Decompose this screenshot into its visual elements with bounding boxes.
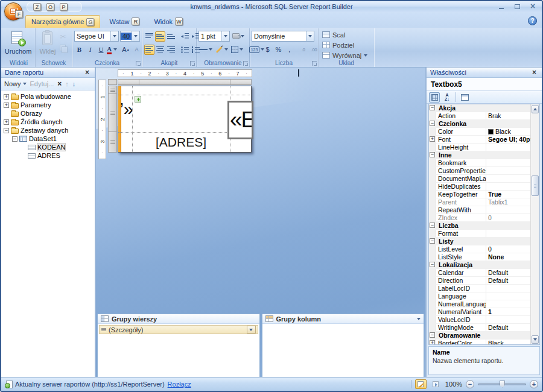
property-row[interactable]: LabelLocID <box>429 285 530 292</box>
number-style-button[interactable]: 123 <box>252 45 262 55</box>
tree-item-label[interactable]: Parametry <box>21 101 51 109</box>
property-name[interactable]: Calendar <box>436 269 486 276</box>
tab-narzedzia-glowne[interactable]: Narzędzia główne G <box>25 15 100 28</box>
group-item-dropdown[interactable] <box>247 326 256 334</box>
font-size-dropdown-icon[interactable] <box>132 31 139 41</box>
close-button[interactable] <box>527 2 538 11</box>
alphabetical-view-button[interactable]: AZ↓ <box>442 92 453 103</box>
row-handle[interactable] <box>108 94 117 132</box>
property-row[interactable]: DirectionDefault <box>429 277 530 285</box>
property-name[interactable]: Direction <box>436 277 486 284</box>
category-collapse-icon[interactable]: − <box>430 332 435 338</box>
disconnect-link[interactable]: Rozłącz <box>168 381 191 388</box>
property-expand-icon[interactable]: + <box>430 136 435 142</box>
property-name[interactable]: Font <box>436 136 486 143</box>
office-button[interactable]: F <box>4 2 22 21</box>
italic-button[interactable]: I <box>85 45 95 55</box>
tree-expander-icon[interactable]: + <box>4 103 9 108</box>
property-name[interactable]: Bookmark <box>436 159 486 166</box>
tree-item[interactable]: Obrazy <box>1 109 95 118</box>
font-name-dropdown-icon[interactable] <box>110 31 118 41</box>
property-value[interactable] <box>486 292 530 300</box>
property-name[interactable]: CustomProperties <box>436 167 486 174</box>
property-name[interactable]: NumeralLanguage <box>436 300 486 308</box>
report-data-close-icon[interactable] <box>83 69 91 77</box>
zoom-slider[interactable] <box>478 384 526 385</box>
qat-keytip[interactable]: Z <box>33 3 41 11</box>
row-handle[interactable] <box>108 86 117 94</box>
run-view-button[interactable] <box>430 379 442 389</box>
category-collapse-icon[interactable]: − <box>430 238 435 244</box>
property-row[interactable]: DocumentMapLab <box>429 175 530 183</box>
zoom-out-button[interactable]: − <box>466 380 474 388</box>
tree-item-label[interactable]: Źródła danych <box>21 118 63 125</box>
align-center-button[interactable] <box>155 45 165 55</box>
edit-button[interactable]: Edytuj... <box>30 80 54 87</box>
property-category[interactable]: −Czcionka <box>429 120 530 128</box>
akapit-dialog-launcher[interactable] <box>190 61 195 66</box>
align-right-button[interactable] <box>166 45 176 55</box>
property-name[interactable]: Color <box>436 128 486 135</box>
property-row[interactable]: Format <box>429 230 530 238</box>
move-down-icon[interactable] <box>72 80 76 87</box>
column-groups-dropdown-icon[interactable] <box>417 318 421 320</box>
property-value[interactable] <box>486 300 530 308</box>
tree-expander-icon[interactable]: + <box>4 119 9 125</box>
property-value[interactable] <box>486 206 530 213</box>
help-icon[interactable] <box>528 16 537 25</box>
align-layout-button[interactable]: Wyrównaj <box>320 50 372 60</box>
property-row[interactable]: WritingModeDefault <box>429 324 530 332</box>
property-name[interactable]: Action <box>436 112 486 119</box>
design-canvas[interactable]: ·1·2·3·4·5·6·7· ·1·2·3· ’» «E [ <box>96 68 425 377</box>
property-category[interactable]: −Listy <box>429 238 530 245</box>
cut-button[interactable] <box>58 31 68 42</box>
border-width-dropdown-icon[interactable] <box>221 31 229 41</box>
underline-button[interactable]: U <box>96 45 106 55</box>
property-value[interactable]: None <box>486 253 530 261</box>
quick-access-toolbar[interactable]: ZOP <box>27 2 82 12</box>
tree-item-label[interactable]: Pola wbudowane <box>21 93 71 100</box>
align-left-button[interactable] <box>144 45 154 55</box>
property-value[interactable] <box>486 285 530 292</box>
property-name[interactable]: ListLevel <box>436 245 486 253</box>
tablix-row-handles[interactable] <box>108 86 117 153</box>
property-value[interactable]: 1 <box>486 308 530 315</box>
property-row[interactable]: LineHeight <box>429 144 530 151</box>
maximize-button[interactable] <box>512 2 522 11</box>
tree-expander-icon[interactable]: − <box>12 136 17 142</box>
property-row[interactable]: ParentTablix1 <box>429 198 530 206</box>
property-value[interactable]: Default <box>486 277 530 284</box>
property-row[interactable]: ZIndex0 <box>429 214 530 222</box>
property-name[interactable]: NumeralVariant <box>436 308 486 315</box>
property-category[interactable]: −Liczba <box>429 222 530 230</box>
property-name[interactable]: DocumentMapLab <box>436 175 486 182</box>
property-row[interactable]: +BorderColorBlack <box>429 340 530 345</box>
scroll-down-icon[interactable] <box>532 335 539 344</box>
property-expand-icon[interactable]: + <box>430 340 435 345</box>
property-name[interactable]: ZIndex <box>436 214 486 221</box>
copy-button[interactable] <box>58 43 68 53</box>
scrollbar-thumb[interactable] <box>532 175 539 196</box>
tree-item-label[interactable]: Zestawy danych <box>21 127 68 134</box>
property-row[interactable]: ActionBrak <box>429 112 530 120</box>
property-row[interactable]: KeepTogetherTrue <box>429 191 530 198</box>
property-name[interactable]: Parent <box>436 198 486 206</box>
property-name[interactable]: Format <box>436 230 486 237</box>
property-row[interactable]: Language <box>429 292 530 300</box>
property-value[interactable]: True <box>486 191 530 198</box>
property-row[interactable]: CalendarDefault <box>429 269 530 277</box>
category-collapse-icon[interactable]: − <box>430 223 435 228</box>
property-name[interactable]: RepeatWith <box>436 206 486 213</box>
property-name[interactable]: ValueLocID <box>436 316 486 323</box>
decrease-decimals-button[interactable]: .00 <box>309 45 319 55</box>
qat-keytip[interactable]: O <box>46 3 54 11</box>
czcionka-dialog-launcher[interactable] <box>136 61 141 66</box>
tree-item[interactable]: +Źródła danych <box>1 118 95 126</box>
tablix-column-handles[interactable] <box>118 79 252 85</box>
minimize-button[interactable] <box>496 2 507 11</box>
scroll-up-icon[interactable] <box>532 105 539 113</box>
indent-decrease-button[interactable] <box>180 31 190 42</box>
grow-font-button[interactable]: A <box>121 45 131 55</box>
font-size-combo[interactable]: 40 <box>120 31 140 42</box>
property-row[interactable]: ColorBlack <box>429 128 530 136</box>
